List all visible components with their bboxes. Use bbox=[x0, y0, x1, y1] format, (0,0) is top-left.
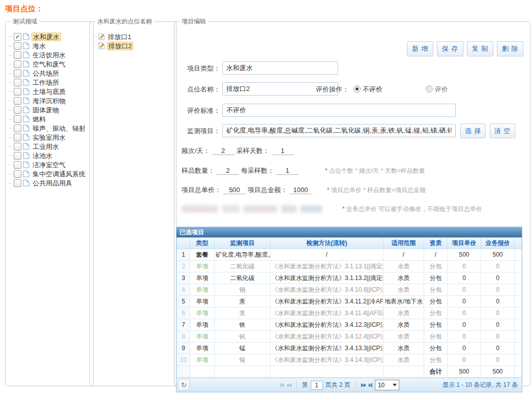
domain-tree-item[interactable]: 公共用品用具 bbox=[9, 178, 90, 188]
domain-tree-item[interactable]: 空气和废气 bbox=[9, 59, 90, 69]
column-header[interactable]: 业务报价 bbox=[481, 238, 515, 249]
document-icon bbox=[23, 170, 30, 177]
document-icon bbox=[23, 33, 30, 40]
domain-tree-item[interactable]: 固体废物 bbox=[9, 105, 90, 114]
checkbox[interactable] bbox=[14, 179, 21, 187]
point-tree-item[interactable]: 排放口2 bbox=[93, 41, 173, 50]
pager-next-button[interactable] bbox=[361, 383, 366, 387]
cell-filler bbox=[515, 249, 522, 261]
tree-item-label: 海水 bbox=[32, 42, 47, 50]
panel-project-editor-legend: 项目编辑 bbox=[180, 17, 208, 26]
cell-qualification: 分包 bbox=[424, 296, 448, 307]
pager-first-button[interactable] bbox=[280, 383, 284, 387]
checkbox[interactable] bbox=[14, 115, 21, 123]
eval-standard-input[interactable] bbox=[222, 104, 456, 117]
required-asterisk: * bbox=[327, 187, 330, 194]
domain-tree-item[interactable]: 土壤与底质 bbox=[9, 87, 90, 96]
row-number-cell: 4 bbox=[177, 284, 190, 296]
tree-connector-line bbox=[9, 37, 13, 37]
checkbox[interactable] bbox=[14, 97, 21, 105]
checkbox[interactable] bbox=[14, 134, 21, 141]
add-button[interactable]: 新 增 bbox=[407, 41, 433, 56]
cell-monitor-item: 钒 bbox=[215, 331, 271, 343]
biz-price-note: *业务总单价 可以被手动修改，不能低于项目总单价 bbox=[342, 205, 482, 213]
column-header[interactable] bbox=[177, 238, 190, 249]
domain-tree-item[interactable]: 工业用水 bbox=[9, 142, 90, 151]
domain-tree-item[interactable]: 公共场所 bbox=[9, 69, 90, 78]
checkbox[interactable] bbox=[14, 70, 21, 77]
project-type-input[interactable] bbox=[222, 61, 338, 75]
column-header[interactable]: 资质 bbox=[424, 238, 448, 249]
checkbox[interactable]: ✔ bbox=[14, 33, 21, 41]
point-tree-item[interactable]: 排放口1 bbox=[93, 32, 173, 41]
frequency-label: 频次/天： bbox=[182, 146, 210, 156]
table-row[interactable]: 4单项铜《水和废水监测分析方法》3.4.10.8||ICP法水质分包00 bbox=[177, 284, 522, 296]
table-row[interactable]: 6单项汞《水和废水监测分析方法》3.4.11.4||AFS法水质分包00 bbox=[177, 307, 522, 319]
cell-method: 《水和废水监测分析方法》3.4.10.8||ICP法 bbox=[271, 284, 383, 296]
table-row[interactable]: 10单项镍《水和废水监测分析方法》3.4.14.3||ICP法水质分包00 bbox=[177, 354, 522, 366]
per-sample-input[interactable]: 1 bbox=[276, 167, 299, 175]
refresh-button[interactable]: ↻ bbox=[178, 379, 190, 391]
checkbox[interactable] bbox=[14, 51, 21, 59]
checkbox[interactable] bbox=[14, 106, 21, 114]
column-header[interactable]: 监测项目 bbox=[215, 238, 271, 249]
domain-tree-item[interactable]: 噪声、振动、辐射 bbox=[9, 124, 90, 133]
checkbox[interactable] bbox=[14, 161, 21, 169]
cell-unit-price: 0 bbox=[448, 284, 481, 296]
frequency-input[interactable]: 2 bbox=[212, 147, 234, 155]
checkbox[interactable] bbox=[14, 88, 21, 96]
column-header[interactable]: 类型 bbox=[190, 238, 215, 249]
checkbox[interactable] bbox=[14, 143, 21, 150]
delete-button[interactable]: 删 除 bbox=[497, 41, 523, 56]
table-row[interactable]: 5单项汞《水和废水监测分析方法》3.4.11.2||冷AFS法地表水/地下水分包… bbox=[177, 296, 522, 307]
copy-button[interactable]: 复 制 bbox=[467, 41, 493, 56]
sample-quantity-input[interactable]: 2 bbox=[217, 167, 239, 175]
domain-tree-item[interactable]: 燃料 bbox=[9, 114, 90, 124]
save-button[interactable]: 保 存 bbox=[437, 41, 463, 56]
document-icon bbox=[23, 88, 30, 95]
table-row[interactable]: 2单项二氧化碳《水和废水监测分析方法》3.1.13.1||滴定法水质分包00 bbox=[177, 261, 522, 272]
domain-tree-item[interactable]: 集中空调通风系统 bbox=[9, 169, 90, 178]
pager-page-input[interactable] bbox=[311, 381, 323, 390]
domain-tree-item[interactable]: 海水 bbox=[9, 41, 90, 50]
column-header[interactable]: 检测方法(流转) bbox=[271, 238, 383, 249]
table-row[interactable]: 3单项二氧化碳《水和废水监测分析方法》3.1.13.2||滴定法水质分包00 bbox=[177, 272, 522, 284]
domain-tree-item[interactable]: 实验室用水 bbox=[9, 133, 90, 142]
table-row[interactable]: 1套餐矿化度,电导率,酸度,总碱度,二氧化碳,二氧化碳,铜,汞,汞,铁,钒,锰,… bbox=[177, 249, 522, 261]
monitor-items-input[interactable] bbox=[222, 124, 456, 137]
checkbox[interactable] bbox=[14, 170, 21, 178]
domain-tree-item[interactable]: 洁净室空气 bbox=[9, 160, 90, 169]
column-header[interactable]: 适用范围 bbox=[383, 238, 424, 249]
pager-page-size-select[interactable]: 10 bbox=[375, 380, 399, 390]
total-amount-input[interactable]: 1000 bbox=[289, 186, 312, 194]
pager-last-button[interactable] bbox=[369, 383, 372, 387]
checkbox[interactable] bbox=[14, 125, 21, 132]
domain-tree-item[interactable]: ✔水和废水 bbox=[9, 32, 90, 41]
clear-button[interactable]: 清 空 bbox=[490, 124, 515, 138]
domain-tree-item[interactable]: 海洋沉积物 bbox=[9, 96, 90, 105]
column-header[interactable]: 项目单价 bbox=[448, 238, 481, 249]
checkbox[interactable] bbox=[14, 42, 21, 50]
domain-tree-item[interactable]: 工作场所 bbox=[9, 78, 90, 87]
sampling-days-input[interactable]: 1 bbox=[272, 147, 294, 155]
checkbox[interactable] bbox=[14, 152, 21, 160]
unit-price-input[interactable]: 500 bbox=[223, 186, 246, 194]
cell-filler bbox=[515, 319, 522, 331]
domain-tree-item[interactable]: 泳池水 bbox=[9, 151, 90, 160]
cell-filler bbox=[515, 343, 522, 354]
table-row[interactable]: 9单项锰《水和废水监测分析方法》3.4.13.3||ICP法水质分包00 bbox=[177, 343, 522, 354]
checkbox[interactable] bbox=[14, 79, 21, 86]
table-row[interactable]: 7单项铁《水和废水监测分析方法》3.4.12.3||ICP法水质分包00 bbox=[177, 319, 522, 331]
select-button[interactable]: 选 择 bbox=[460, 124, 486, 138]
chevron-down-icon bbox=[393, 384, 397, 388]
checkbox[interactable] bbox=[14, 60, 21, 68]
radio-no-eval[interactable] bbox=[353, 85, 361, 93]
cell-method: 《水和废水监测分析方法》3.4.12.4||ICP法 bbox=[271, 331, 383, 343]
tree-connector-line bbox=[93, 46, 97, 46]
pager-info: 显示 1 - 10 条记录, 共 17 条 bbox=[442, 381, 518, 389]
pager-prev-button[interactable] bbox=[286, 383, 291, 387]
tree-connector-line bbox=[93, 37, 97, 37]
domain-tree-item[interactable]: 生活饮用水 bbox=[9, 50, 90, 59]
radio-eval[interactable] bbox=[426, 85, 433, 93]
table-row[interactable]: 8单项钒《水和废水监测分析方法》3.4.12.4||ICP法水质分包00 bbox=[177, 331, 522, 343]
